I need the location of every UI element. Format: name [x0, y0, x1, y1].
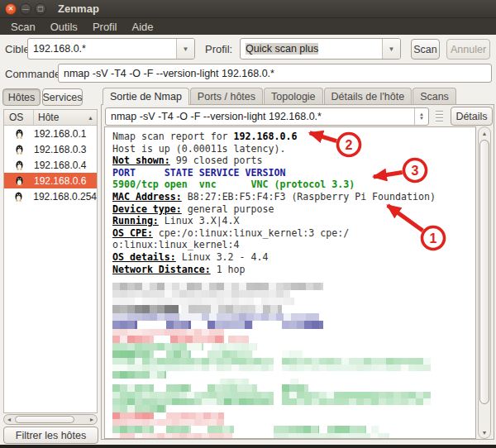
notebook: Sortie de NmapPorts / hôtesTopologieDéta… — [101, 88, 494, 440]
linux-os-icon — [14, 160, 25, 170]
host-address[interactable]: 192.168.0.1 — [34, 128, 97, 140]
output-line: OS CPE: cpe:/o:linux:linux_kernel:3 cpe:… — [112, 227, 436, 240]
host-row[interactable]: 192.168.0.254 — [4, 188, 97, 204]
maximize-icon[interactable]: ▢ — [35, 3, 46, 15]
target-combobox[interactable]: 192.168.0.* ▼ — [27, 38, 195, 60]
details-button[interactable]: Détails — [451, 107, 493, 126]
cancel-button[interactable]: Annuler — [446, 39, 490, 60]
nmap-output[interactable]: Nmap scan report for 192.168.0.6Host is … — [104, 126, 476, 439]
window-title: Zenmap — [58, 2, 99, 15]
output-line: Host is up (0.00011s latency). — [112, 143, 436, 155]
host-list: OS Hôte ▲ 192.168.0.1192.168.0.3192.168.… — [3, 109, 98, 413]
output-line: Not shown: 99 closed ports — [112, 155, 436, 167]
output-vscrollbar[interactable]: ▲ ▼ — [478, 126, 491, 439]
linux-os-icon — [13, 191, 24, 202]
tab-d-tails-de-l-h-te[interactable]: Détails de l'hôte — [324, 88, 413, 104]
output-line: Nmap scan report for 192.168.0.6 — [112, 131, 436, 143]
scan-combo-stepper[interactable]: ▲▼ — [414, 108, 428, 125]
menu-profil[interactable]: Profil — [85, 21, 125, 33]
sort-ascending-icon: ▲ — [88, 115, 93, 121]
titlebar: ✕—▢ Zenmap — [0, 0, 496, 18]
menubar: ScanOutilsProfilAide — [0, 18, 496, 35]
profile-label: Profil: — [205, 43, 232, 55]
host-list-hscrollbar[interactable]: ◂ ▸ — [3, 414, 98, 425]
dropdown-arrow-icon[interactable]: ▼ — [382, 39, 400, 59]
close-icon[interactable]: ✕ — [5, 3, 17, 15]
stepper-down-icon: ▼ — [419, 117, 424, 121]
output-line: MAC Address: B8:27:EB:F5:F4:F3 (Raspberr… — [112, 191, 436, 203]
hosts-toggle-button[interactable]: Hôtes — [2, 88, 41, 106]
output-line: Running: Linux 3.X|4.X — [112, 215, 436, 227]
output-line: PORT STATE SERVICE VERSION — [112, 167, 436, 179]
host-address[interactable]: 192.168.0.3 — [34, 144, 97, 155]
scan-result-combobox[interactable]: nmap -sV -T4 -O -F --version-light 192.1… — [105, 107, 429, 126]
host-row[interactable]: 192.168.0.1 — [4, 126, 97, 141]
notebook-frame: nmap -sV -T4 -O -F --version-light 192.1… — [101, 104, 494, 440]
profile-combobox[interactable]: Quick scan plus ▼ — [240, 38, 401, 60]
profile-value[interactable]: Quick scan plus — [241, 39, 382, 59]
scan-combo-value[interactable]: nmap -sV -T4 -O -F --version-light 192.1… — [106, 108, 414, 125]
scroll-right-icon[interactable]: ▸ — [90, 415, 93, 424]
command-label: Commande: — [5, 68, 64, 80]
output-line: o:linux:linux_kernel:4 — [112, 239, 436, 251]
output-line: Device type: general purpose — [112, 203, 436, 216]
host-row[interactable]: 192.168.0.3 — [4, 141, 97, 157]
scroll-up-icon[interactable]: ▲ — [479, 127, 490, 139]
scroll-down-icon[interactable]: ▼ — [479, 427, 490, 438]
nmap-output-text: Nmap scan report for 192.168.0.6Host is … — [112, 131, 436, 275]
linux-os-icon — [14, 175, 25, 186]
scan-button[interactable]: Scan — [411, 39, 440, 60]
minimize-icon[interactable]: — — [20, 3, 31, 15]
menu-outils[interactable]: Outils — [43, 21, 85, 33]
dropdown-arrow-icon[interactable]: ▼ — [176, 39, 194, 59]
window-controls: ✕—▢ — [5, 3, 50, 15]
os-column-header[interactable]: OS — [4, 110, 34, 125]
linux-os-icon — [14, 144, 25, 155]
host-list-header: OS Hôte ▲ — [4, 110, 97, 126]
output-line: Network Distance: 1 hop — [112, 264, 436, 276]
window-bottom-edge — [0, 445, 496, 448]
tab-sortie-de-nmap[interactable]: Sortie de Nmap — [103, 88, 189, 105]
output-line: OS details: Linux 3.2 - 4.4 — [112, 251, 436, 264]
linux-os-icon — [14, 128, 25, 139]
command-input[interactable]: nmap -sV -T4 -O -F --version-light 192.1… — [58, 64, 492, 83]
hscrollbar-thumb[interactable] — [15, 416, 74, 423]
detach-handle-icon[interactable] — [436, 111, 443, 122]
host-row[interactable]: 192.168.0.4 — [4, 157, 97, 173]
scroll-left-icon[interactable]: ◂ — [7, 415, 11, 424]
tab-topologie[interactable]: Topologie — [264, 88, 323, 104]
services-toggle-button[interactable]: Services — [42, 88, 83, 106]
tab-bar: Sortie de NmapPorts / hôtesTopologieDéta… — [103, 88, 457, 105]
menu-scan[interactable]: Scan — [3, 21, 43, 33]
zenmap-window: ✕—▢ Zenmap ScanOutilsProfilAide Cible: 1… — [0, 0, 496, 448]
output-line: 5900/tcp open vnc VNC (protocol 3.3) — [112, 179, 436, 191]
tab-ports-h-tes[interactable]: Ports / hôtes — [190, 88, 263, 104]
host-address[interactable]: 192.168.0.4 — [34, 160, 97, 171]
vscrollbar-thumb[interactable] — [479, 140, 489, 404]
tab-scans[interactable]: Scans — [413, 88, 456, 104]
menu-aide[interactable]: Aide — [125, 21, 161, 33]
filter-hosts-button[interactable]: Filtrer les hôtes — [3, 427, 98, 444]
target-value[interactable]: 192.168.0.* — [28, 39, 176, 59]
host-row[interactable]: 192.168.0.6 — [4, 173, 97, 188]
host-address[interactable]: 192.168.0.254 — [33, 191, 97, 203]
host-column-header[interactable]: Hôte ▲ — [34, 110, 97, 125]
host-address[interactable]: 192.168.0.6 — [34, 175, 97, 187]
